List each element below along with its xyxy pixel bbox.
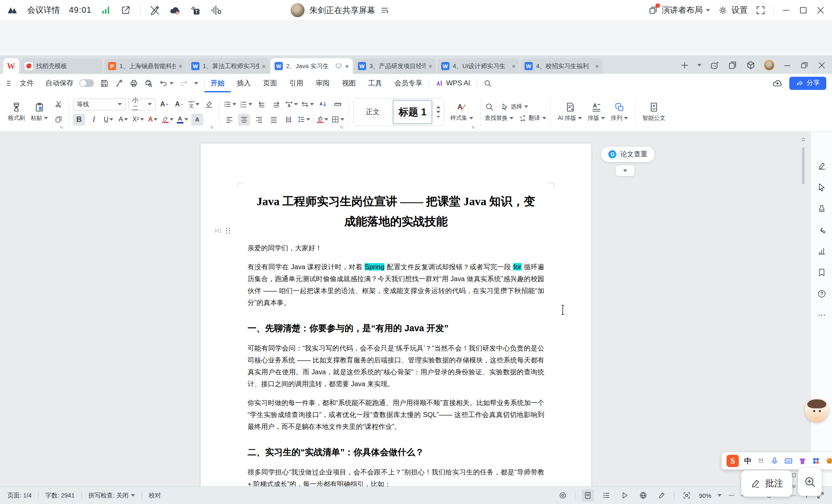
tab-document-1[interactable]: P 1、上海锡鼎智能科技 (104, 58, 186, 74)
font-color-button[interactable]: A (176, 114, 188, 126)
meeting-details-button[interactable]: 会议详情 (27, 5, 60, 16)
workspace-cube-icon[interactable] (746, 60, 756, 70)
fullscreen-icon[interactable] (755, 5, 766, 16)
read-mode-button[interactable] (619, 489, 631, 502)
styles-up-icon[interactable] (436, 106, 440, 108)
minimize-app-icon[interactable] (783, 61, 792, 70)
save-icon[interactable] (100, 79, 109, 88)
paper-check-button[interactable]: G 论文查重 (601, 147, 655, 162)
text-direction-button[interactable] (301, 99, 314, 110)
align-left-button[interactable] (223, 114, 235, 126)
sort-button[interactable]: A (317, 99, 329, 110)
edit-mode-button[interactable] (656, 489, 668, 502)
document-body[interactable]: Java 工程师实习生岗位宣讲 —— 把课堂 Java 知识，变 成能落地的实战… (201, 191, 591, 486)
toolbox-icon[interactable] (817, 225, 826, 234)
numbered-list-button[interactable]: 123 (239, 99, 252, 110)
stamp-tool-icon[interactable] (817, 204, 826, 213)
strikethrough-button[interactable]: A (117, 114, 129, 126)
menu-item-tools[interactable]: 工具 (362, 74, 388, 92)
font-name-select[interactable]: 等线 (73, 99, 126, 110)
menu-item-review[interactable]: 审阅 (309, 74, 336, 92)
menu-item-home[interactable]: 开始 (204, 74, 231, 92)
tab-document-6[interactable]: W 4、校招实习生福利 (520, 58, 603, 74)
tab-document-4[interactable]: W 3、产品研发项目经理 (354, 58, 436, 74)
zoom-chevron-icon[interactable] (717, 494, 722, 497)
tab-document-5[interactable]: W 4、UI设计师实习生 (437, 58, 519, 74)
smart-doc-button[interactable]: 智能公文 (639, 101, 668, 123)
style-normal[interactable]: 正文 (357, 107, 389, 117)
select-tool-icon[interactable] (817, 183, 826, 192)
annotate-button[interactable]: 批注 (741, 470, 792, 497)
decrease-indent-button[interactable] (255, 99, 267, 110)
maximize-window-icon[interactable] (798, 5, 808, 15)
fit-page-button[interactable] (681, 489, 693, 502)
caption-subtitle-icon[interactable]: T (190, 5, 201, 16)
quick-access-chevron-icon[interactable] (194, 82, 198, 85)
restore-app-icon[interactable] (800, 61, 809, 70)
style-heading1-selected[interactable]: 标题 1 (393, 100, 432, 124)
mini-collapse-icon[interactable] (791, 483, 796, 488)
menu-item-insert[interactable]: 插入 (231, 74, 257, 92)
magnifier-button[interactable] (798, 468, 822, 496)
cloud-recording-icon[interactable] (169, 5, 181, 16)
menu-item-page[interactable]: 页面 (257, 74, 283, 92)
justify-button[interactable] (268, 114, 280, 126)
file-menu[interactable]: 文件 (20, 78, 34, 88)
ai-typeset-button[interactable]: AI 排版 (555, 101, 585, 123)
word-count[interactable]: 字数: 2941 (45, 492, 75, 499)
increase-indent-button[interactable] (270, 99, 282, 110)
shading-button[interactable] (316, 114, 328, 126)
distribute-button[interactable] (282, 114, 294, 126)
styles-more-icon[interactable] (436, 116, 440, 118)
wps-ai-button[interactable]: WPS AI (429, 74, 477, 92)
mini-window-icon[interactable] (791, 473, 796, 478)
multi-window-icon[interactable] (728, 60, 738, 70)
copy-button[interactable] (53, 114, 64, 126)
highlight-color-button[interactable] (162, 114, 174, 126)
autosave-toggle[interactable] (79, 79, 94, 87)
wps-home-button[interactable]: W (3, 58, 19, 74)
proofread-button[interactable]: 校对 (149, 492, 161, 499)
menu-item-reference[interactable]: 引用 (283, 74, 309, 92)
clear-format-button[interactable] (203, 99, 215, 110)
italic-button[interactable]: I (88, 114, 100, 126)
hamburger-icon[interactable] (6, 79, 14, 87)
user-avatar[interactable] (764, 60, 775, 71)
outline-view-button[interactable] (600, 489, 612, 502)
spellcheck-toggle[interactable]: 拼写检查: 关闭 (88, 492, 135, 499)
paper-check-collapse-button[interactable] (616, 165, 635, 176)
arrange-button[interactable]: 排列 (608, 101, 631, 123)
search-icon[interactable] (477, 74, 498, 92)
ime-mode-indicator[interactable]: 中 (744, 456, 752, 466)
vertical-scrollbar[interactable] (800, 136, 806, 483)
close-app-icon[interactable] (817, 61, 826, 70)
style-set-button[interactable]: A 样式集 (447, 101, 476, 123)
ime-emoji-icon[interactable] (825, 457, 832, 465)
share-button[interactable]: 分享 (789, 77, 826, 90)
chart-tool-icon[interactable] (817, 247, 826, 256)
web-view-button[interactable] (637, 489, 649, 502)
line-spacing-button[interactable] (297, 114, 310, 126)
align-center-button[interactable] (238, 114, 250, 126)
tab-document-3-active[interactable]: W 2、Java 实习生 (270, 58, 353, 74)
text-effect-button[interactable]: A (147, 114, 159, 126)
open-share-window-icon[interactable] (120, 5, 131, 16)
format-painter-button[interactable]: 格式刷 (5, 101, 28, 123)
align-right-button[interactable] (253, 114, 265, 126)
ime-mic-icon[interactable] (770, 457, 779, 465)
help-icon[interactable] (817, 289, 826, 298)
ime-apps-grid-icon[interactable] (812, 457, 820, 465)
tab-list-chevron-icon[interactable] (697, 64, 701, 66)
find-replace-button[interactable]: 查找替换 (485, 115, 513, 122)
superscript-button[interactable]: X² (132, 114, 144, 126)
focus-mode-icon[interactable] (557, 489, 569, 502)
zoom-out-button[interactable] (728, 492, 735, 499)
cut-button[interactable] (53, 99, 64, 110)
decrease-font-button[interactable]: A− (173, 99, 185, 110)
underline-button[interactable]: U (103, 114, 115, 126)
more-tools-icon[interactable] (817, 311, 826, 320)
menu-item-member[interactable]: 会员专享 (388, 74, 429, 92)
close-window-icon[interactable] (816, 5, 825, 15)
pinyin-guide-button[interactable]: wén文 (188, 99, 200, 110)
increase-font-button[interactable]: A+ (158, 99, 170, 110)
